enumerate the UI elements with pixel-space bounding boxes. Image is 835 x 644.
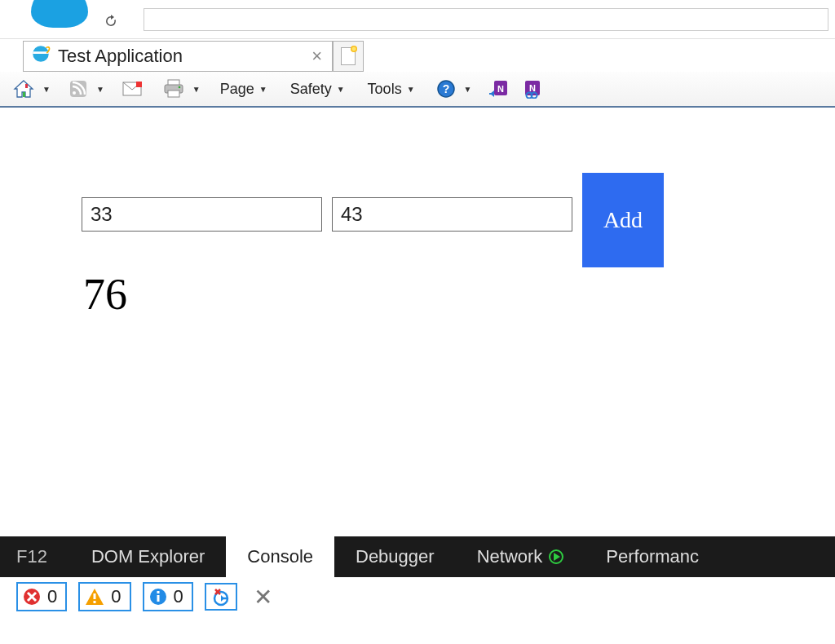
onenote-send-button[interactable]: N bbox=[486, 77, 514, 100]
new-tab-icon bbox=[341, 47, 356, 65]
help-button[interactable]: ? bbox=[433, 77, 459, 100]
refresh-icon[interactable] bbox=[104, 15, 117, 28]
ie-logo-icon bbox=[30, 43, 51, 69]
print-button[interactable] bbox=[160, 77, 188, 100]
console-info-filter[interactable]: 0 bbox=[143, 582, 193, 611]
page-content: Add 76 bbox=[0, 108, 835, 532]
svg-text:?: ? bbox=[442, 82, 449, 95]
operand-1-input[interactable] bbox=[82, 197, 322, 232]
svg-rect-29 bbox=[157, 591, 159, 593]
tools-menu[interactable]: Tools ▼ bbox=[363, 79, 418, 99]
tab-title: Test Application bbox=[58, 46, 183, 67]
tab-strip: Test Application × bbox=[0, 39, 835, 72]
feeds-button[interactable] bbox=[65, 77, 91, 100]
console-warnings-filter[interactable]: 0 bbox=[78, 582, 130, 611]
home-button[interactable] bbox=[10, 77, 38, 100]
browser-globe-icon bbox=[31, 0, 88, 28]
devtools-tab-dom-explorer[interactable]: DOM Explorer bbox=[70, 536, 226, 577]
browser-toolbar: ▼ ▼ ▼ Page ▼ Safety ▼ bbox=[0, 72, 835, 108]
svg-text:N: N bbox=[497, 84, 504, 94]
page-menu[interactable]: Page ▼ bbox=[215, 79, 271, 99]
devtools-tab-bar: F12 DOM Explorer Console Debugger Networ… bbox=[0, 536, 835, 577]
operand-2-input[interactable] bbox=[332, 197, 572, 232]
mail-button[interactable] bbox=[119, 80, 145, 98]
svg-rect-7 bbox=[136, 82, 142, 87]
svg-rect-26 bbox=[94, 601, 96, 603]
console-errors-count: 0 bbox=[47, 586, 57, 607]
tab-test-application[interactable]: Test Application × bbox=[23, 41, 333, 72]
svg-text:N: N bbox=[529, 83, 536, 93]
console-toolbar: 0 0 0 ✕ bbox=[0, 577, 835, 616]
devtools-tab-debugger[interactable]: Debugger bbox=[334, 536, 456, 577]
svg-rect-3 bbox=[23, 92, 25, 97]
console-clear-on-nav-button[interactable] bbox=[205, 583, 237, 611]
tab-close-icon[interactable]: × bbox=[308, 47, 325, 65]
console-clear-button[interactable]: ✕ bbox=[249, 584, 277, 611]
help-dropdown[interactable]: ▼ bbox=[464, 85, 472, 94]
input-row: Add bbox=[82, 197, 753, 267]
svg-rect-2 bbox=[25, 84, 28, 88]
console-warnings-count: 0 bbox=[111, 586, 121, 607]
devtools-panel: F12 DOM Explorer Console Debugger Networ… bbox=[0, 536, 835, 616]
onenote-link-button[interactable]: N bbox=[519, 77, 546, 100]
svg-point-11 bbox=[179, 86, 181, 89]
result-text: 76 bbox=[83, 269, 753, 320]
devtools-f12-label: F12 bbox=[0, 536, 70, 577]
safety-menu[interactable]: Safety ▼ bbox=[285, 79, 348, 99]
print-dropdown[interactable]: ▼ bbox=[192, 85, 201, 94]
console-info-count: 0 bbox=[174, 586, 183, 607]
address-bar bbox=[0, 0, 835, 39]
svg-rect-28 bbox=[157, 595, 159, 602]
devtools-tab-console[interactable]: Console bbox=[226, 536, 334, 577]
new-tab-button[interactable] bbox=[333, 41, 364, 72]
add-button[interactable]: Add bbox=[582, 173, 664, 267]
svg-rect-25 bbox=[94, 593, 96, 599]
devtools-tab-performance[interactable]: Performanc bbox=[585, 536, 720, 577]
svg-point-5 bbox=[73, 91, 76, 95]
address-input[interactable] bbox=[144, 8, 828, 31]
svg-rect-10 bbox=[168, 90, 179, 97]
feeds-dropdown[interactable]: ▼ bbox=[96, 85, 104, 94]
home-dropdown[interactable]: ▼ bbox=[42, 85, 51, 94]
console-errors-filter[interactable]: 0 bbox=[16, 582, 67, 611]
network-record-icon bbox=[549, 549, 563, 564]
devtools-tab-network[interactable]: Network bbox=[456, 536, 585, 577]
